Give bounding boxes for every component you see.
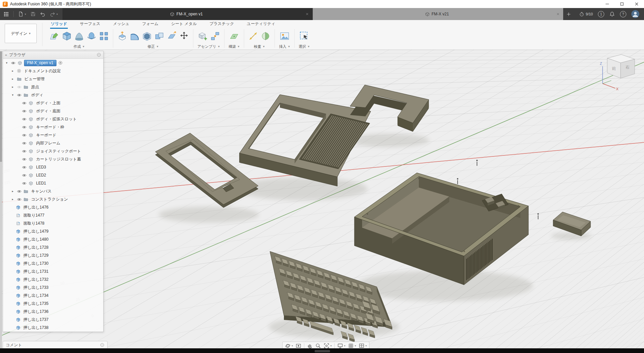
browser-row-27[interactable]: 押し出し1732 [3, 275, 103, 283]
tool-loft-button[interactable] [74, 31, 84, 41]
ribbon-group-label[interactable]: 修正▼ [148, 44, 159, 49]
redo-button[interactable] [50, 11, 55, 17]
visibility-eye-icon[interactable] [11, 61, 16, 66]
browser-item-label[interactable]: 押し出し1730 [23, 261, 48, 266]
tool-box-button[interactable] [62, 31, 72, 41]
browser-item-label[interactable]: ボディ・拡張スロット [36, 116, 77, 122]
visibility-eye-icon[interactable] [17, 93, 22, 98]
expand-open-icon[interactable]: ▾ [10, 93, 15, 97]
visibility-eye-icon[interactable] [22, 149, 27, 154]
comment-bar[interactable]: コメント [3, 341, 108, 349]
browser-row-24[interactable]: 押し出し1729 [3, 251, 103, 259]
browser-row-22[interactable]: 押し出し1480 [3, 235, 103, 243]
expand-open-icon[interactable]: ▾ [4, 61, 9, 65]
browser-row-30[interactable]: 押し出し1735 [3, 300, 103, 308]
browser-item-label[interactable]: 押し出し1728 [23, 245, 48, 250]
browser-row-23[interactable]: 押し出し1728 [3, 243, 103, 251]
visibility-eye-icon[interactable] [22, 125, 27, 130]
browser-row-32[interactable]: 押し出し1737 [3, 316, 103, 324]
nav-lookat-button[interactable] [296, 343, 301, 349]
tool-insert-button[interactable] [280, 31, 290, 41]
visibility-eye-icon[interactable] [22, 157, 27, 162]
tool-offsetface-button[interactable] [167, 31, 177, 41]
browser-item-label[interactable]: コンストラクション [31, 197, 68, 202]
browser-row-25[interactable]: 押し出し1730 [3, 259, 103, 267]
visibility-eye-icon[interactable] [22, 181, 27, 186]
close-button[interactable] [629, 0, 644, 8]
browser-item-label[interactable]: ジョイスティックポート [36, 148, 81, 154]
tab-close-button[interactable] [305, 12, 309, 16]
browser-row-0[interactable]: ▾FM-X_open v1 [3, 59, 103, 67]
browser-row-2[interactable]: ▸ビュー管理 [3, 75, 103, 83]
visibility-eye-icon[interactable] [22, 109, 27, 114]
tool-fillet-button[interactable] [130, 31, 140, 41]
browser-row-11[interactable]: ジョイスティックポート [3, 147, 103, 155]
tool-joint-button[interactable] [210, 31, 220, 41]
nav-pan-button[interactable] [307, 343, 313, 349]
nav-zoom-button[interactable] [315, 343, 321, 349]
tool-combine-button[interactable] [154, 31, 164, 41]
tool-move-button[interactable] [179, 31, 189, 41]
browser-row-12[interactable]: カートリッジスロット蓋 [3, 155, 103, 163]
tool-section-button[interactable] [261, 31, 271, 41]
expand-closed-icon[interactable]: ▸ [10, 190, 15, 193]
browser-item-label[interactable]: 押し出し1736 [23, 309, 48, 315]
circle-minus-icon[interactable] [100, 343, 105, 347]
ribbon-group-label[interactable]: アセンブリ▼ [197, 44, 220, 49]
browser-row-31[interactable]: 押し出し1736 [3, 308, 103, 316]
document-tab-1[interactable]: FM-X v21 [313, 8, 563, 20]
browser-item-label[interactable]: ボディ [31, 92, 43, 98]
nav-gridset-button[interactable] [348, 343, 354, 349]
browser-row-15[interactable]: LED1 [3, 179, 103, 187]
ribbon-tab-2[interactable]: メッシュ [112, 20, 130, 29]
browser-item-label[interactable]: 押し出し1476 [23, 205, 48, 210]
ribbon-group-label[interactable]: 検査▼ [254, 44, 265, 49]
browser-row-13[interactable]: LED3 [3, 163, 103, 171]
ribbon-group-label[interactable]: 挿入▼ [279, 44, 290, 49]
tool-plane-button[interactable] [229, 31, 239, 41]
tool-presspull-button[interactable] [117, 31, 127, 41]
tool-newcomp-button[interactable] [198, 31, 208, 41]
circle-minus-icon[interactable] [97, 52, 101, 57]
browser-item-label[interactable]: 押し出し1738 [23, 325, 48, 331]
ribbon-tab-3[interactable]: フォーム [141, 20, 159, 29]
root-component-label[interactable]: FM-X_open v1 [24, 60, 56, 66]
browser-row-8[interactable]: キーボード・枠 [3, 123, 103, 131]
minimize-button[interactable] [600, 0, 615, 8]
bell-icon[interactable] [609, 11, 615, 17]
browser-item-label[interactable]: 押し出し1732 [23, 277, 48, 282]
visibility-eye-icon[interactable] [17, 189, 22, 194]
browser-row-29[interactable]: 押し出し1734 [3, 291, 103, 300]
browser-item-label[interactable]: 内部フレーム [36, 140, 60, 146]
browser-row-18[interactable]: 押し出し1476 [3, 203, 103, 211]
ribbon-tab-6[interactable]: ユーティリティ [246, 20, 276, 29]
tool-select-button[interactable] [299, 31, 309, 41]
nav-fit-button[interactable] [324, 343, 329, 349]
browser-item-label[interactable]: 押し出し1733 [23, 285, 48, 290]
browser-item-label[interactable]: LED2 [36, 173, 46, 178]
visibility-eye-icon[interactable] [22, 165, 27, 170]
ribbon-tab-1[interactable]: サーフェス [79, 20, 101, 29]
tab-close-button[interactable] [556, 12, 560, 16]
browser-row-14[interactable]: LED2 [3, 171, 103, 179]
browser-item-label[interactable]: 押し出し1731 [23, 269, 48, 274]
browser-row-26[interactable]: 押し出し1731 [3, 267, 103, 275]
notification-count-badge[interactable]: 1 [598, 11, 604, 17]
browser-item-label[interactable]: カートリッジスロット蓋 [36, 156, 81, 162]
browser-item-label[interactable]: 押し出し1480 [23, 237, 48, 242]
nav-viewports-button[interactable] [359, 343, 364, 349]
visibility-eye-icon[interactable] [17, 197, 22, 202]
browser-item-label[interactable]: 押し出し1729 [23, 253, 48, 258]
ribbon-tab-0[interactable]: ソリッド [50, 20, 68, 29]
browser-row-10[interactable]: 内部フレーム [3, 139, 103, 147]
browser-item-label[interactable]: ビュー管理 [24, 76, 45, 82]
expand-closed-icon[interactable]: ▸ [10, 77, 15, 81]
expand-closed-icon[interactable]: ▸ [10, 85, 15, 89]
browser-item-label[interactable]: ドキュメントの設定 [24, 68, 61, 74]
browser-item-label[interactable]: ボディ・上面 [36, 100, 60, 106]
undo-button[interactable] [40, 11, 45, 17]
browser-item-label[interactable]: 面取り1478 [23, 221, 44, 226]
browser-row-5[interactable]: ボディ・上面 [3, 99, 103, 107]
help-icon[interactable]: ? [620, 11, 626, 17]
save-button[interactable] [30, 11, 36, 17]
